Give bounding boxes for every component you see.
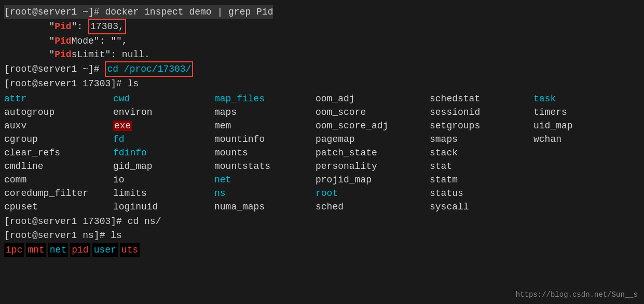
- list-item: pagemap: [316, 133, 430, 146]
- list-item: mountstats: [214, 160, 316, 173]
- ns-ipc: ipc: [4, 243, 24, 257]
- list-item: numa_maps: [214, 200, 316, 214]
- cmd-line-4: [root@server1 17303]# cd ns/: [4, 215, 640, 228]
- ns-mnt: mnt: [26, 243, 46, 257]
- ns-uts: uts: [120, 243, 140, 257]
- list-item: setgroups: [430, 119, 533, 133]
- list-item: clear_refs: [4, 146, 113, 160]
- list-item: autogroup: [4, 105, 113, 119]
- ls-output: attr autogroup auxv cgroup clear_refs cm…: [4, 92, 640, 214]
- list-item: auxv: [4, 119, 113, 133]
- list-item: loginuid: [113, 200, 214, 214]
- list-item: ns: [214, 187, 316, 200]
- list-item: map_files: [214, 92, 316, 105]
- col4: oom_adj oom_score oom_score_adj pagemap …: [316, 92, 430, 214]
- pidmode-red: Pid: [54, 34, 71, 48]
- pidslimit-indent: ": [4, 48, 54, 61]
- pidslimit-red: Pid: [54, 48, 71, 61]
- list-item: uid_map: [533, 119, 616, 133]
- list-item: task: [533, 92, 616, 105]
- watermark: https://blog.csdn.net/Sun__s: [516, 290, 638, 299]
- col1: attr autogroup auxv cgroup clear_refs cm…: [4, 92, 113, 214]
- cd-ns-cmd: [root@server1 17303]# cd ns/: [4, 215, 161, 228]
- cmd-line-2: [root@server1 ~]# cd /proc/17303/: [4, 61, 640, 77]
- list-item: mem: [214, 119, 316, 133]
- col6: task timers uid_map wchan: [533, 92, 616, 214]
- list-item: projid_map: [316, 173, 430, 187]
- ns-pid: pid: [70, 243, 90, 257]
- list-item: schedstat: [430, 92, 533, 105]
- list-item: net: [214, 173, 316, 187]
- pid-red: Pid: [54, 20, 71, 33]
- list-item: syscall: [430, 200, 533, 214]
- list-item: fd: [113, 133, 214, 146]
- list-item: comm: [4, 173, 113, 187]
- pid-value: 17303,: [88, 19, 126, 34]
- list-item: sched: [316, 200, 430, 214]
- pidmode-rest: Mode": "",: [72, 34, 128, 48]
- list-item: io: [113, 173, 214, 187]
- cmd-line-5: [root@server1 ns]# ls: [4, 229, 640, 242]
- list-item: limits: [113, 187, 214, 200]
- list-item: stack: [430, 146, 533, 160]
- list-item: oom_score_adj: [316, 119, 430, 133]
- col3: map_files maps mem mountinfo mounts moun…: [214, 92, 316, 214]
- ns-ls-output: ipc mnt net pid user uts: [4, 243, 640, 257]
- prompt-2: [root@server1 ~]#: [4, 62, 105, 76]
- pidmode-indent: ": [4, 34, 54, 48]
- pidmode-line: "PidMode": "",: [4, 34, 640, 48]
- pidslimit-line: "PidsLimit": null.: [4, 48, 640, 61]
- list-item: mounts: [214, 146, 316, 160]
- list-item: cpuset: [4, 200, 113, 214]
- prompt-1: [root@server1 ~]# docker inspect demo | …: [4, 5, 273, 19]
- pid-line: "Pid": 17303,: [4, 19, 640, 34]
- list-item: oom_score: [316, 105, 430, 119]
- cmd-line-1: [root@server1 ~]# docker inspect demo | …: [4, 5, 640, 19]
- list-item: attr: [4, 92, 113, 105]
- list-item: maps: [214, 105, 316, 119]
- list-item: cwd: [113, 92, 214, 105]
- ls-ns-prompt: [root@server1 ns]# ls: [4, 229, 122, 242]
- list-item: personality: [316, 160, 430, 173]
- pid-indent: ": [4, 20, 54, 33]
- ls-prompt: [root@server1 17303]# ls: [4, 77, 139, 90]
- col2: cwd environ exe fd fdinfo gid_map io lim…: [113, 92, 214, 214]
- ns-net: net: [48, 243, 68, 257]
- list-item: smaps: [430, 133, 533, 146]
- list-item: cmdline: [4, 160, 113, 173]
- list-item: gid_map: [113, 160, 214, 173]
- list-item: root: [316, 187, 430, 200]
- list-item: patch_state: [316, 146, 430, 160]
- pid-colon: ":: [72, 20, 88, 33]
- col5: schedstat sessionid setgroups smaps stac…: [430, 92, 533, 214]
- list-item: exe: [113, 119, 214, 133]
- list-item: status: [430, 187, 533, 200]
- list-item: oom_adj: [316, 92, 430, 105]
- list-item: environ: [113, 105, 214, 119]
- list-item: fdinfo: [113, 146, 214, 160]
- terminal-window: [root@server1 ~]# docker inspect demo | …: [0, 3, 644, 259]
- list-item: cgroup: [4, 133, 113, 146]
- list-item: coredump_filter: [4, 187, 113, 200]
- list-item: statm: [430, 173, 533, 187]
- cmd-line-3: [root@server1 17303]# ls: [4, 77, 640, 90]
- ns-user: user: [92, 243, 118, 257]
- list-item: wchan: [533, 133, 616, 146]
- cd-command: cd /proc/17303/: [105, 61, 193, 77]
- pidslimit-rest: sLimit": null.: [72, 48, 150, 61]
- list-item: sessionid: [430, 105, 533, 119]
- list-item: timers: [533, 105, 616, 119]
- list-item: mountinfo: [214, 133, 316, 146]
- list-item: stat: [430, 160, 533, 173]
